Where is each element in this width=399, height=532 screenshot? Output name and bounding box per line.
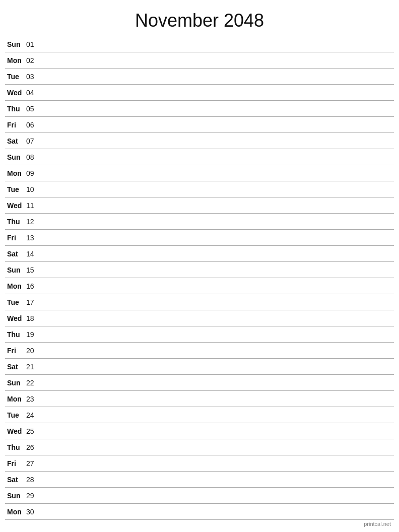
day-number: 15 (26, 266, 40, 274)
day-row: Tue17 (5, 294, 394, 310)
day-number: 12 (26, 218, 40, 226)
day-row: Sat07 (5, 133, 394, 149)
footer-text: printcal.net (364, 521, 391, 527)
day-number: 10 (26, 185, 40, 193)
day-line (40, 157, 394, 157)
day-number: 16 (26, 282, 40, 290)
day-row: Thu26 (5, 439, 394, 455)
day-row: Thu12 (5, 214, 394, 230)
day-row: Sat28 (5, 472, 394, 488)
day-line (40, 398, 394, 399)
day-line (40, 124, 394, 125)
day-number: 13 (26, 234, 40, 242)
day-number: 26 (26, 443, 40, 451)
day-row: Sun01 (5, 36, 394, 52)
day-line (40, 270, 394, 270)
day-line (40, 92, 394, 93)
day-name: Fri (5, 234, 26, 242)
calendar-container: Sun01Mon02Tue03Wed04Thu05Fri06Sat07Sun08… (0, 36, 399, 520)
day-row: Wed04 (5, 85, 394, 101)
day-number: 04 (26, 89, 40, 97)
day-line (40, 60, 394, 60)
day-line (40, 495, 394, 496)
day-line (40, 463, 394, 463)
day-row: Sat21 (5, 359, 394, 375)
day-row: Mon30 (5, 504, 394, 520)
day-number: 21 (26, 363, 40, 371)
day-name: Sun (5, 492, 26, 500)
day-name: Tue (5, 411, 26, 419)
day-name: Sat (5, 137, 26, 145)
day-line (40, 108, 394, 109)
day-name: Sat (5, 363, 26, 371)
day-number: 06 (26, 121, 40, 129)
day-name: Mon (5, 169, 26, 177)
day-row: Sun08 (5, 149, 394, 165)
day-number: 24 (26, 411, 40, 419)
day-line (40, 221, 394, 222)
day-row: Mon23 (5, 391, 394, 407)
day-name: Sun (5, 266, 26, 274)
day-row: Thu05 (5, 101, 394, 117)
day-number: 25 (26, 427, 40, 435)
day-number: 28 (26, 476, 40, 484)
day-name: Mon (5, 56, 26, 64)
day-name: Wed (5, 89, 26, 97)
day-number: 02 (26, 56, 40, 64)
day-line (40, 350, 394, 351)
day-line (40, 511, 394, 512)
day-name: Tue (5, 73, 26, 81)
day-line (40, 44, 394, 44)
day-row: Mon02 (5, 52, 394, 69)
day-name: Wed (5, 314, 26, 322)
day-name: Fri (5, 121, 26, 129)
day-line (40, 189, 394, 189)
day-row: Wed11 (5, 197, 394, 214)
day-name: Tue (5, 185, 26, 193)
day-number: 03 (26, 73, 40, 81)
day-number: 05 (26, 105, 40, 113)
day-row: Mon16 (5, 278, 394, 294)
day-number: 23 (26, 395, 40, 403)
day-row: Sun22 (5, 375, 394, 391)
day-line (40, 366, 394, 367)
day-row: Sun15 (5, 262, 394, 278)
page-title: November 2048 (0, 0, 399, 36)
day-line (40, 415, 394, 415)
day-row: Tue24 (5, 407, 394, 423)
day-line (40, 173, 394, 173)
day-number: 08 (26, 153, 40, 161)
day-name: Tue (5, 298, 26, 306)
day-number: 22 (26, 379, 40, 387)
day-name: Sun (5, 40, 26, 48)
day-line (40, 431, 394, 431)
day-row: Fri27 (5, 455, 394, 472)
day-name: Thu (5, 105, 26, 113)
day-line (40, 286, 394, 286)
day-number: 14 (26, 250, 40, 258)
day-row: Fri06 (5, 117, 394, 133)
day-name: Fri (5, 459, 26, 468)
day-row: Tue10 (5, 181, 394, 197)
day-name: Mon (5, 282, 26, 290)
day-name: Wed (5, 427, 26, 435)
day-name: Fri (5, 347, 26, 355)
day-name: Sat (5, 250, 26, 258)
day-line (40, 237, 394, 238)
day-number: 18 (26, 314, 40, 322)
day-number: 27 (26, 459, 40, 468)
day-row: Fri20 (5, 343, 394, 359)
day-name: Sun (5, 379, 26, 387)
day-name: Thu (5, 218, 26, 226)
day-line (40, 141, 394, 141)
day-row: Thu19 (5, 326, 394, 343)
day-name: Thu (5, 443, 26, 451)
day-name: Sun (5, 153, 26, 161)
day-line (40, 76, 394, 77)
day-line (40, 334, 394, 335)
day-name: Mon (5, 508, 26, 516)
day-row: Mon09 (5, 165, 394, 181)
day-number: 01 (26, 40, 40, 48)
day-line (40, 382, 394, 383)
day-number: 30 (26, 508, 40, 516)
